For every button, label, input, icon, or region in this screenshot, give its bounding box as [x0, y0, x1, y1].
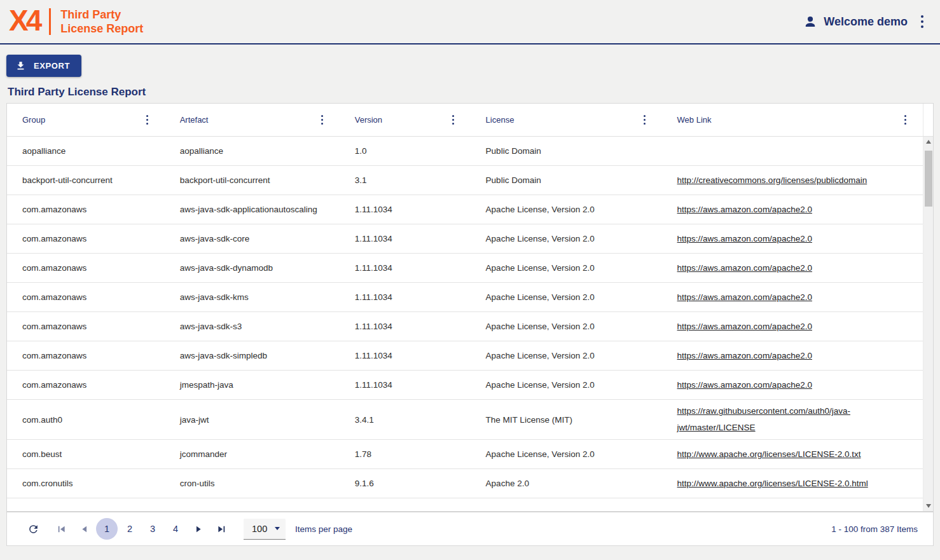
column-menu-icon[interactable]: [641, 113, 648, 127]
column-header-web-link[interactable]: Web Link: [662, 104, 923, 136]
table-header-row: Group Artefact Version License Web Link: [7, 104, 933, 137]
cell-web-link: https://aws.amazon.com/apache2.0: [662, 315, 923, 338]
items-per-page-value: 100: [252, 524, 267, 534]
table-row: com.amazonaws jmespath-java 1.11.1034 Ap…: [7, 371, 923, 400]
table-row: com.cronutils cron-utils 9.1.6 Apache 2.…: [7, 469, 923, 498]
cell-web-link: https://aws.amazon.com/apache2.0: [662, 228, 923, 250]
web-link[interactable]: https://aws.amazon.com/apache2.0: [677, 234, 812, 243]
web-link[interactable]: https://aws.amazon.com/apache2.0: [677, 205, 812, 214]
web-link[interactable]: http://creativecommons.org/licenses/publ…: [677, 175, 867, 185]
web-link[interactable]: https://aws.amazon.com/apache2.0: [677, 380, 812, 390]
column-header-group[interactable]: Group: [7, 104, 165, 136]
scrollbar-thumb[interactable]: [925, 151, 932, 207]
cell-artefact: cron-utils: [165, 472, 340, 495]
app-title-line2: License Report: [60, 22, 143, 36]
page-title: Third Party License Report: [8, 86, 940, 99]
table-body: aopalliance aopalliance 1.0 Public Domai…: [7, 137, 923, 511]
cell-web-link: https://aws.amazon.com/apache2.0: [662, 198, 923, 221]
cell-group: com.amazonaws: [7, 374, 165, 396]
page-button-4[interactable]: 4: [165, 518, 186, 540]
cell-web-link: http://www.apache.org/licenses/LICENSE-2…: [662, 472, 923, 495]
items-per-page-select[interactable]: 100: [244, 519, 286, 540]
column-header-license[interactable]: License: [471, 104, 662, 136]
x4-logo: X4: [9, 6, 39, 38]
cell-artefact: jcommander: [165, 443, 340, 465]
cell-group: com.amazonaws: [7, 286, 165, 308]
license-table: Group Artefact Version License Web Link: [6, 103, 934, 512]
cell-artefact: aws-java-sdk-kms: [165, 286, 340, 308]
cell-artefact: backport-util-concurrent: [165, 169, 340, 191]
cell-web-link: https://aws.amazon.com/apache2.0: [662, 374, 923, 397]
page-button-3[interactable]: 3: [142, 518, 163, 540]
logo-divider: [49, 8, 51, 35]
export-button[interactable]: EXPORT: [6, 55, 81, 77]
cell-artefact: jmespath-java: [165, 374, 340, 396]
table-row: com.amazonaws aws-java-sdk-simpledb 1.11…: [7, 341, 923, 371]
web-link[interactable]: https://aws.amazon.com/apache2.0: [677, 322, 812, 331]
cell-version: 1.11.1034: [340, 286, 471, 308]
cell-license: Apache 2.0: [471, 472, 662, 495]
column-menu-icon[interactable]: [144, 113, 151, 127]
cell-license: Apache License, Version 2.0: [471, 198, 662, 221]
cell-artefact: aopalliance: [165, 140, 340, 162]
cell-artefact: aws-java-sdk-applicationautoscaling: [165, 198, 340, 221]
cell-license: Apache License, Version 2.0: [471, 345, 662, 367]
vertical-scrollbar[interactable]: [923, 137, 933, 511]
cell-version: 1.11.1034: [340, 198, 471, 221]
toolbar: EXPORT: [0, 44, 940, 77]
previous-page-button[interactable]: [73, 518, 95, 540]
cell-artefact: aws-java-sdk-s3: [165, 315, 340, 338]
table-row: com.amazonaws aws-java-sdk-dynamodb 1.11…: [7, 254, 923, 283]
cell-artefact: aws-java-sdk-core: [165, 228, 340, 250]
cell-group: backport-util-concurrent: [7, 169, 165, 191]
column-header-version[interactable]: Version: [340, 104, 471, 136]
cell-version: 3.1: [340, 169, 471, 191]
page-button-2[interactable]: 2: [119, 518, 141, 540]
cell-license: Apache License, Version 2.0: [471, 315, 662, 338]
cell-version: 1.11.1034: [340, 257, 471, 279]
header-scrollbar-spacer: [923, 104, 933, 136]
user-icon: [803, 14, 818, 29]
table-row: aopalliance aopalliance 1.0 Public Domai…: [7, 137, 923, 166]
table-row: com.amazonaws aws-java-sdk-core 1.11.103…: [7, 224, 923, 254]
cell-artefact: java-jwt: [165, 409, 340, 431]
column-label: License: [486, 115, 515, 125]
cell-group: com.amazonaws: [7, 228, 165, 250]
web-link[interactable]: https://aws.amazon.com/apache2.0: [677, 263, 812, 273]
web-link[interactable]: https://aws.amazon.com/apache2.0: [677, 292, 812, 302]
last-page-button[interactable]: [211, 518, 232, 540]
export-button-label: EXPORT: [34, 61, 70, 71]
column-label: Group: [22, 115, 45, 125]
cell-version: 9.1.6: [340, 472, 471, 495]
cell-version: 1.11.1034: [340, 374, 471, 396]
table-row: com.amazonaws aws-java-sdk-kms 1.11.1034…: [7, 283, 923, 312]
scrollbar-up-arrow-icon[interactable]: [923, 137, 933, 147]
cell-license: Public Domain: [471, 169, 662, 191]
web-link[interactable]: http://www.apache.org/licenses/LICENSE-2…: [677, 479, 868, 488]
scrollbar-down-arrow-icon[interactable]: [923, 501, 933, 511]
cell-group: com.auth0: [7, 409, 165, 431]
refresh-button[interactable]: [22, 518, 44, 540]
app-title-line1: Third Party: [60, 8, 143, 22]
web-link[interactable]: http://www.apache.org/licenses/LICENSE-2…: [677, 449, 861, 459]
cell-version: 3.4.1: [340, 409, 471, 431]
first-page-button[interactable]: [50, 518, 72, 540]
column-menu-icon[interactable]: [450, 113, 457, 127]
cell-group: com.amazonaws: [7, 345, 165, 367]
cell-license: Apache License, Version 2.0: [471, 257, 662, 279]
cell-group: aopalliance: [7, 140, 165, 162]
web-link[interactable]: https://aws.amazon.com/apache2.0: [677, 351, 812, 360]
column-menu-icon[interactable]: [319, 113, 326, 127]
user-menu-kebab-icon[interactable]: [918, 13, 926, 31]
page-button-1[interactable]: 1: [96, 518, 118, 540]
web-link[interactable]: https://raw.githubusercontent.com/auth0/…: [677, 406, 850, 432]
column-header-artefact[interactable]: Artefact: [165, 104, 340, 136]
next-page-button[interactable]: [188, 518, 209, 540]
user-area: Welcome demo: [803, 13, 926, 31]
cell-license: Apache License, Version 2.0: [471, 228, 662, 250]
cell-version: 1.0: [340, 140, 471, 162]
welcome-text: Welcome demo: [824, 15, 908, 29]
cell-version: 1.11.1034: [340, 228, 471, 250]
column-menu-icon[interactable]: [902, 113, 909, 127]
table-row: com.auth0 java-jwt 3.4.1 The MIT License…: [7, 400, 923, 440]
